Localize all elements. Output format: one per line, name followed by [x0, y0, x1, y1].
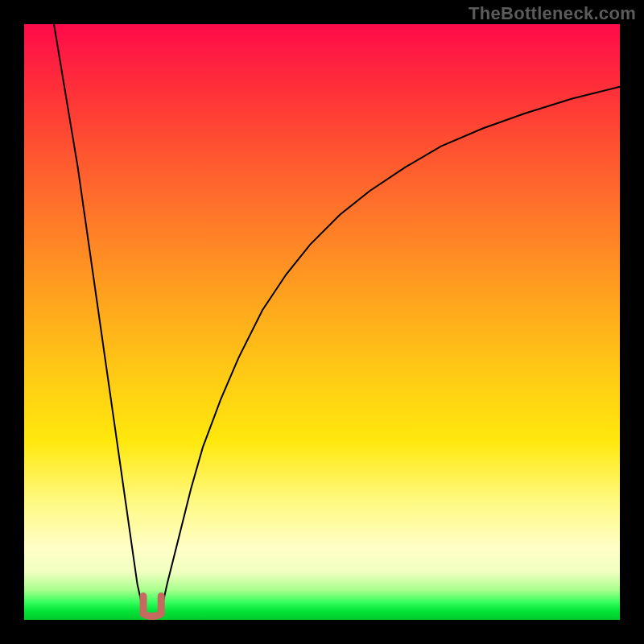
outer-frame: TheBottleneck.com: [0, 0, 644, 644]
curve-overlay: [24, 24, 620, 620]
watermark-text: TheBottleneck.com: [469, 3, 636, 24]
bottleneck-curve: [54, 24, 620, 611]
plot-area: [24, 24, 620, 620]
minimum-marker: [143, 596, 161, 616]
